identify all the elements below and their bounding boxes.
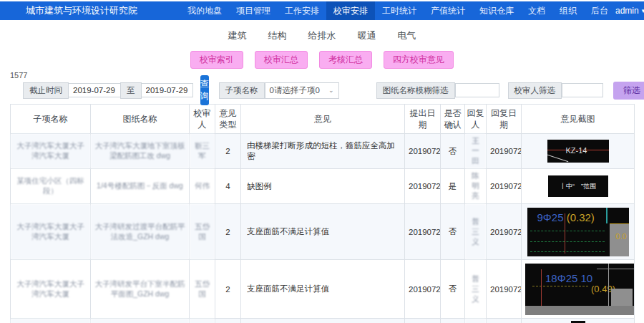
cad-gray-strip bbox=[525, 306, 635, 315]
cell-subitem: 大子湾汽车大厦大子湾汽车大厦 bbox=[11, 260, 91, 319]
cad-gray-line bbox=[597, 269, 635, 269]
cad-screenshot-rebar[interactable]: 18Φ25 10 (0.49) bbox=[525, 264, 635, 315]
app-title: 城市建筑与环境设计研究院 bbox=[26, 4, 137, 17]
tab-architecture[interactable]: 建筑 bbox=[228, 29, 247, 42]
cad-screenshot-kz14[interactable]: KZ-14 bbox=[547, 140, 609, 163]
cad-dashed-line bbox=[530, 241, 605, 242]
cell-screenshot: 丨中“ ”范围 bbox=[522, 169, 635, 204]
cell-drawing: 大子湾研发过渡平台配筋平法改造_GZH dwg bbox=[91, 204, 190, 260]
cell-confirmed: 否 bbox=[441, 204, 465, 260]
tab-plumbing[interactable]: 给排水 bbox=[308, 29, 336, 42]
cad-value-label: 0.0 bbox=[615, 232, 626, 241]
cell-opinion-type: 4 bbox=[215, 319, 241, 323]
cell-confirmed: 是 bbox=[441, 169, 465, 204]
subitem-selected-value: 0请选择子项0 bbox=[270, 85, 320, 96]
table-row: 某项住宅小区（四标段） 1/4号楼配筋图－反面 dwg 何伟 4 缺图例 201… bbox=[11, 169, 635, 204]
cell-opinion: 大样不显示，余同 bbox=[241, 319, 405, 323]
page: 城市建筑与环境设计研究院 我的地盘 项目管理 工作安排 校审安排 工时统计 产值… bbox=[0, 0, 644, 323]
cell-opinion-type: 2 bbox=[215, 204, 241, 260]
cell-date: 20190729 bbox=[405, 134, 441, 169]
table-header-row: 子项名称 图纸名称 校审人 意见类型 意见 提出日期 是否确认 回复人 回复日期… bbox=[11, 105, 635, 134]
cell-confirmed: 否 bbox=[441, 134, 465, 169]
cell-subitem: 某项住宅小区（四标段） bbox=[11, 169, 91, 204]
header-subitem: 子项名称 bbox=[11, 105, 91, 134]
cell-reply-date: 20190729 bbox=[487, 319, 522, 323]
nav-item-backend[interactable]: 后台 bbox=[584, 1, 615, 20]
cell-confirmed: 否 bbox=[441, 260, 465, 319]
cell-reply-date: 20190729 bbox=[487, 134, 522, 169]
nav-item-documents[interactable]: 文档 bbox=[521, 1, 552, 20]
tab-hvac[interactable]: 暖通 bbox=[358, 29, 376, 42]
table-row: 大子湾汽车大厦大子湾汽车大厦 大子湾研发平台下室半配筋平面图_GZH dwg 五… bbox=[11, 260, 635, 319]
cell-reviewer: 五岱国 bbox=[190, 260, 215, 319]
cell-subitem: 大子湾汽车大厦大子湾汽车大厦 bbox=[11, 204, 91, 260]
assessment-summary-button[interactable]: 考核汇总 bbox=[319, 51, 372, 69]
cad-screenshot-text[interactable]: 丨中“ ”范围 bbox=[548, 175, 608, 197]
cell-reviewer: 何伟 bbox=[190, 169, 215, 204]
cell-opinion: 支座面筋不满足计算值 bbox=[241, 204, 405, 260]
nav-item-hours-stats[interactable]: 工时统计 bbox=[375, 1, 424, 20]
reviewer-filter-label: 校审人筛选 bbox=[508, 82, 562, 99]
four-party-review-button[interactable]: 四方校审意见 bbox=[384, 51, 454, 69]
cad-dashed-line bbox=[530, 231, 605, 231]
cad-leader-line bbox=[547, 154, 568, 162]
header-replier: 回复人 bbox=[465, 105, 487, 134]
subitem-select[interactable]: 0请选择子项0 ⌄ bbox=[265, 82, 339, 99]
discipline-tabs: 建筑 结构 给排水 暖通 电气 bbox=[0, 20, 644, 42]
cell-reviewer: 靳三军 bbox=[190, 134, 215, 169]
nav-item-my-space[interactable]: 我的地盘 bbox=[180, 1, 229, 20]
date-to-input[interactable] bbox=[142, 83, 193, 97]
nav-item-organization[interactable]: 组织 bbox=[552, 1, 584, 20]
header-opinion-type: 意见类型 bbox=[215, 105, 241, 134]
cell-drawing: 大子湾研发平台下室半配筋平面图_GZH dwg bbox=[91, 260, 190, 319]
subitem-group: 子项名称 0请选择子项0 ⌄ bbox=[219, 82, 339, 99]
nav-item-project-mgmt[interactable]: 项目管理 bbox=[229, 1, 278, 20]
header-reply-date: 回复日期 bbox=[487, 105, 522, 134]
user-menu[interactable]: admin ▾ bbox=[615, 6, 644, 16]
cell-opinion-type: 2 bbox=[215, 134, 241, 169]
cell-opinion: 支座面筋不满足计算值 bbox=[241, 260, 405, 319]
cad-screenshot-rebar[interactable]: 9Φ25 (0.32) 0.0 bbox=[527, 208, 629, 256]
filter-button[interactable]: 筛选 bbox=[613, 82, 644, 100]
cell-screenshot: 18Φ25 10 (0.49) bbox=[522, 260, 635, 319]
cell-date: 20190729 bbox=[405, 260, 441, 319]
cad-rebar-text: 18Φ25 10 bbox=[545, 272, 592, 284]
date-range-group: 截止时间 至 bbox=[23, 82, 193, 99]
review-table: 子项名称 图纸名称 校审人 意见类型 意见 提出日期 是否确认 回复人 回复日期… bbox=[10, 104, 635, 323]
cell-opinion: 由楼梯梁打断形成的短柱，箍筋应全高加密 bbox=[241, 134, 405, 169]
table-row: 大子湾汽车大厦大子湾汽车大厦 大子湾研发过渡平台配筋平法改造_GZH dwg 五… bbox=[11, 204, 635, 260]
drawing-filter-label: 图纸名称模糊筛选 bbox=[376, 82, 455, 99]
cad-label: KZ-14 bbox=[566, 146, 587, 155]
cad-rebar-text: 9Φ25 (0.32) bbox=[537, 211, 595, 223]
cell-replier: 普三义 bbox=[465, 260, 487, 319]
filter-bar: 截止时间 至 查询 子项名称 0请选择子项0 ⌄ 图纸名称模糊筛选 校审人筛选 … bbox=[23, 82, 634, 99]
cad-red-line bbox=[541, 269, 542, 306]
nav-item-output-stats[interactable]: 产值统计 bbox=[424, 1, 472, 20]
nav-item-knowledge-base[interactable]: 知识仓库 bbox=[472, 1, 521, 20]
reviewer-filter-group: 校审人筛选 bbox=[508, 82, 604, 99]
action-button-row: 校审索引 校审汇总 考核汇总 四方校审意见 bbox=[0, 51, 644, 69]
header-reviewer: 校审人 bbox=[190, 105, 215, 134]
tab-structure[interactable]: 结构 bbox=[268, 29, 287, 42]
header-screenshot: 意见截图 bbox=[522, 105, 635, 134]
cell-drawing: 1/4号楼板配筋平面图 dwg bbox=[91, 319, 190, 323]
cell-reviewer: 五岱国 bbox=[190, 204, 215, 260]
cell-reviewer: 何伟 bbox=[190, 319, 215, 323]
header-confirmed: 是否确认 bbox=[441, 105, 465, 134]
header-opinion: 意见 bbox=[241, 105, 405, 134]
cad-teal-line bbox=[606, 208, 608, 223]
review-index-button[interactable]: 校审索引 bbox=[190, 51, 243, 69]
cell-date: 20190729 bbox=[405, 204, 441, 260]
drawing-filter-input[interactable] bbox=[455, 83, 499, 97]
date-from-input[interactable] bbox=[69, 83, 120, 97]
reviewer-filter-input[interactable] bbox=[562, 83, 603, 97]
query-button[interactable]: 查询 bbox=[200, 75, 209, 105]
cell-drawing: 大子湾汽车大厦地下室顶板梁配筋图工改 dwg bbox=[91, 134, 190, 169]
cell-subitem: 某项住宅小区（四标段） bbox=[11, 319, 91, 323]
nav-item-work-schedule[interactable]: 工作安排 bbox=[278, 1, 326, 20]
review-summary-button[interactable]: 校审汇总 bbox=[255, 51, 308, 69]
tab-electrical[interactable]: 电气 bbox=[398, 29, 416, 42]
cell-date: 20190729 bbox=[405, 319, 441, 323]
cell-screenshot: 9Φ25 (0.32) 0.0 bbox=[522, 204, 635, 260]
nav-item-review-schedule[interactable]: 校审安排 bbox=[326, 1, 375, 20]
